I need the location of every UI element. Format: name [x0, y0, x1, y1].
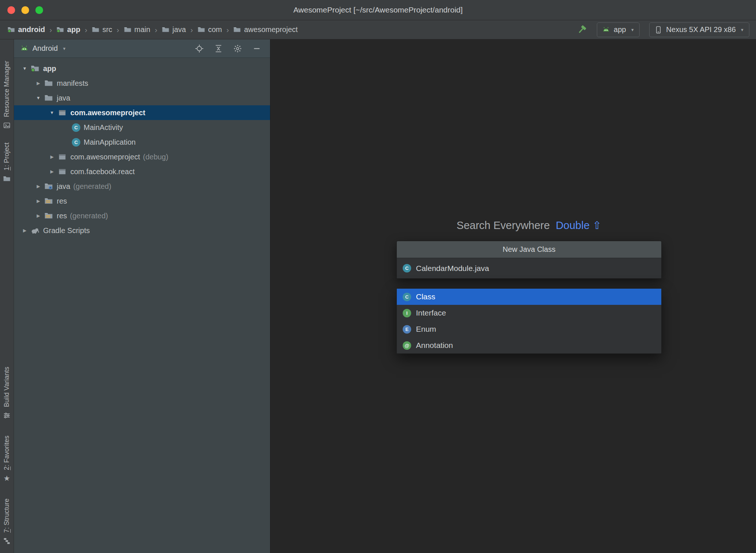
collapse-arrow-icon[interactable]: ▼	[19, 66, 30, 71]
stripe-bottom-group: Build Variants2: Favorites★7: Structure	[3, 367, 11, 545]
breadcrumb-separator: ›	[190, 25, 193, 34]
device-label: Nexus 5X API 29 x86	[666, 25, 736, 34]
module-folder-icon	[7, 26, 15, 34]
hint-text: Search Everywhere	[456, 219, 550, 232]
tool-window-button-label: 2: Favorites	[3, 436, 11, 470]
tool-window-button-resource-manager[interactable]: Resource Manager	[3, 61, 11, 129]
package-icon	[57, 108, 67, 117]
tree-item-java[interactable]: ▼java	[14, 91, 270, 105]
class-kind-option-enum[interactable]: EEnum	[397, 321, 661, 337]
device-select[interactable]: Nexus 5X API 29 x86 ▼	[649, 22, 749, 37]
breadcrumb-label: java	[172, 25, 186, 34]
expand-arrow-icon[interactable]: ▶	[33, 213, 44, 218]
breadcrumb-item-android[interactable]: android	[7, 25, 45, 34]
collapse-arrow-icon[interactable]: ▼	[46, 110, 57, 115]
tool-window-button-7-structure[interactable]: 7: Structure	[3, 499, 11, 545]
navigation-bar: android›app›src›main›java›com›awesomepro…	[0, 20, 756, 39]
tree-item-gradle-scripts[interactable]: ▶Gradle Scripts	[14, 223, 270, 238]
tree-item-label: manifests	[57, 79, 88, 88]
breadcrumb-item-awesomeproject[interactable]: awesomeproject	[233, 25, 298, 34]
hide-panel-icon[interactable]	[252, 44, 261, 53]
project-view-label: Android	[32, 44, 58, 53]
class-kind-label: Annotation	[416, 341, 453, 350]
tree-item-manifests[interactable]: ▶manifests	[14, 76, 270, 91]
enum-icon: E	[403, 325, 411, 334]
class-icon: C	[72, 138, 80, 147]
expand-arrow-icon[interactable]: ▶	[33, 198, 44, 204]
tree-item-app[interactable]: ▼app	[14, 61, 270, 76]
tree-item-java-generated[interactable]: ▶java(generated)	[14, 179, 270, 194]
class-kind-option-interface[interactable]: IInterface	[397, 305, 661, 321]
minimize-button[interactable]	[21, 6, 29, 14]
breadcrumb-separator: ›	[85, 25, 87, 34]
tree-item-mainactivity[interactable]: CMainActivity	[14, 120, 270, 135]
breadcrumb-label: main	[134, 25, 150, 34]
expand-arrow-icon[interactable]: ▶	[33, 81, 44, 86]
breadcrumb-item-app[interactable]: app	[56, 25, 80, 34]
project-tool-window: Android ▼ ▼app▶manifests▼java▼com.awesom…	[14, 39, 270, 553]
expand-arrow-icon[interactable]: ▶	[46, 154, 57, 159]
tree-item-label: com.awesomeproject	[70, 153, 140, 161]
toolbar-actions: app ▼ Nexus 5X API 29 x86 ▼	[577, 22, 749, 37]
class-name-value: CalendarModule.java	[416, 264, 489, 273]
folder-icon	[3, 175, 11, 183]
tool-window-stripe: Resource Manager1: Project Build Variant…	[0, 39, 14, 553]
breadcrumb-separator: ›	[49, 25, 52, 34]
tree-item-mainapplication[interactable]: CMainApplication	[14, 135, 270, 149]
run-configuration-select[interactable]: app ▼	[597, 22, 640, 37]
locate-file-icon[interactable]	[195, 44, 204, 53]
folder-icon	[44, 78, 53, 88]
chevron-down-icon: ▼	[62, 46, 66, 51]
stripe-top-group: Resource Manager1: Project	[3, 61, 11, 183]
breadcrumb-label: app	[67, 25, 80, 34]
tool-window-button-build-variants[interactable]: Build Variants	[3, 367, 11, 419]
tool-window-button-label: 7: Structure	[3, 499, 11, 533]
popup-title: New Java Class	[397, 241, 661, 258]
project-tree: ▼app▶manifests▼java▼com.awesomeprojectCM…	[14, 58, 270, 553]
generated-folder-icon	[44, 182, 53, 191]
module-folder-icon	[30, 64, 40, 73]
tree-item-suffix: (generated)	[73, 182, 111, 191]
collapse-all-icon[interactable]	[214, 44, 223, 53]
breadcrumb-item-main[interactable]: main	[124, 25, 150, 34]
tree-item-com-awesomeproject[interactable]: ▼com.awesomeproject	[14, 105, 270, 120]
breadcrumb-separator: ›	[226, 25, 229, 34]
folder-icon	[197, 26, 205, 34]
package-icon	[57, 152, 67, 162]
breadcrumb-item-java[interactable]: java	[162, 25, 186, 34]
close-button[interactable]	[7, 6, 15, 14]
tree-item-com-awesomeproject-debug[interactable]: ▶com.awesomeproject(debug)	[14, 149, 270, 164]
expand-arrow-icon[interactable]: ▶	[46, 169, 57, 174]
traffic-lights	[7, 0, 43, 20]
tree-item-com-facebook-react[interactable]: ▶com.facebook.react	[14, 164, 270, 179]
tool-window-button-label: Resource Manager	[3, 61, 11, 117]
class-kind-label: Enum	[416, 325, 436, 334]
breadcrumb-item-src[interactable]: src	[92, 25, 112, 34]
breadcrumb: android›app›src›main›java›com›awesomepro…	[7, 25, 298, 34]
tree-item-res[interactable]: ▶res	[14, 194, 270, 208]
expand-arrow-icon[interactable]: ▶	[33, 184, 44, 189]
tool-window-button-2-favorites[interactable]: 2: Favorites★	[3, 436, 11, 482]
breadcrumb-label: awesomeproject	[244, 25, 298, 34]
class-kind-option-annotation[interactable]: @Annotation	[397, 337, 661, 353]
popup-header-section: New Java Class C CalendarModule.java	[396, 241, 662, 279]
project-panel-header: Android ▼	[14, 39, 270, 58]
new-java-class-popup: New Java Class C CalendarModule.java CCl…	[396, 241, 662, 354]
tool-window-button-1-project[interactable]: 1: Project	[3, 142, 11, 183]
tree-item-label: res	[57, 197, 67, 205]
settings-gear-icon[interactable]	[233, 44, 242, 53]
fullscreen-button[interactable]	[35, 6, 43, 14]
annotation-icon: @	[403, 341, 411, 350]
breadcrumb-item-com[interactable]: com	[197, 25, 222, 34]
project-view-selector[interactable]: Android ▼	[20, 44, 66, 53]
class-kind-option-class[interactable]: CClass	[397, 289, 661, 305]
class-name-input[interactable]: C CalendarModule.java	[397, 258, 661, 278]
folder-icon	[92, 26, 99, 34]
collapse-arrow-icon[interactable]: ▼	[33, 95, 44, 101]
chevron-down-icon: ▼	[630, 28, 634, 32]
hint-shortcut: Double ⇧	[556, 219, 601, 232]
tree-item-res-generated[interactable]: ▶res(generated)	[14, 208, 270, 223]
expand-arrow-icon[interactable]: ▶	[19, 228, 30, 233]
build-hammer-icon[interactable]	[577, 24, 587, 35]
android-head-icon	[602, 26, 610, 34]
